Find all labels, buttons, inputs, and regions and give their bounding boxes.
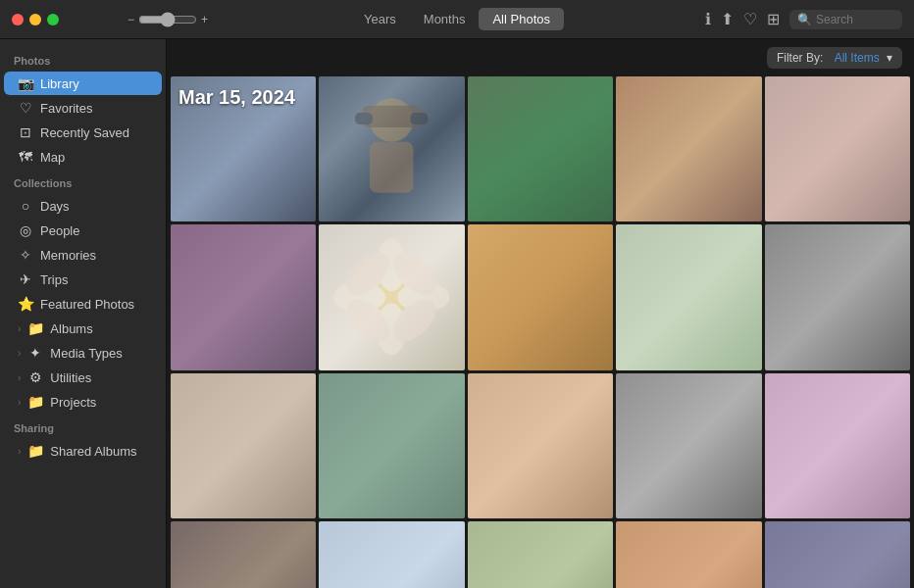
sidebar-item-library[interactable]: 📷 Library [4,72,162,95]
sidebar-item-label: Memories [40,248,152,263]
sidebar: Photos 📷 Library ♡ Favorites ⊡ Recently … [0,39,167,588]
close-button[interactable] [12,14,24,25]
photo-cell[interactable] [765,521,910,588]
recently-saved-icon: ⊡ [18,124,33,140]
tab-years[interactable]: Years [350,8,410,30]
photo-grid [171,76,910,588]
chevron-right-icon: › [18,446,21,457]
projects-icon: 📁 [27,394,43,410]
photo-cell[interactable] [171,373,316,518]
photo-cell[interactable] [616,224,761,369]
photo-cell[interactable] [468,224,613,369]
sidebar-item-label: Favorites [40,101,152,116]
photo-cell[interactable] [616,76,761,221]
sidebar-item-label: Media Types [50,346,152,361]
maximize-button[interactable] [47,14,59,25]
main-layout: Photos 📷 Library ♡ Favorites ⊡ Recently … [0,39,914,588]
sidebar-item-map[interactable]: 🗺 Map [4,145,162,169]
filter-bar: Filter By: All Items ▾ [167,39,914,76]
sidebar-item-label: Featured Photos [40,297,152,312]
zoom-area: − + [127,12,208,27]
photo-cell[interactable] [171,521,316,588]
media-types-icon: ✦ [27,345,43,361]
zoom-in-icon: + [201,13,208,26]
sidebar-item-label: Shared Albums [50,444,152,459]
search-box: 🔍 [789,10,902,29]
photo-cell[interactable] [468,76,613,221]
photo-cell[interactable] [319,76,464,221]
sidebar-section-sharing: Sharing [0,415,166,438]
sidebar-item-label: Map [40,150,152,165]
svg-rect-2 [355,113,373,124]
chevron-right-icon: › [18,348,21,359]
photo-cell[interactable] [171,224,316,369]
albums-icon: 📁 [27,320,43,336]
sidebar-item-media-types[interactable]: › ✦ Media Types [4,341,162,365]
zoom-out-icon: − [127,13,134,26]
trips-icon: ✈ [18,271,33,287]
titlebar-actions: ℹ ⬆ ♡ ⊞ 🔍 [705,10,902,29]
sidebar-item-favorites[interactable]: ♡ Favorites [4,96,162,120]
heart-icon[interactable]: ♡ [743,10,757,28]
zoom-slider[interactable] [138,12,197,27]
filter-button[interactable]: Filter By: All Items ▾ [767,47,902,69]
chevron-right-icon: › [18,397,21,408]
photo-cell[interactable] [765,373,910,518]
photo-cell[interactable] [319,373,464,518]
map-icon: 🗺 [18,149,33,165]
chevron-right-icon: › [18,372,21,383]
photo-cell[interactable] [765,76,910,221]
sidebar-item-memories[interactable]: ✧ Memories [4,243,162,267]
sidebar-item-utilities[interactable]: › ⚙ Utilities [4,366,162,389]
sidebar-item-label: Utilities [50,370,152,385]
photo-cell[interactable] [468,521,613,588]
days-icon: ○ [18,198,33,214]
sidebar-item-label: Recently Saved [40,125,152,140]
shared-albums-icon: 📁 [27,443,43,459]
sidebar-item-label: Days [40,199,152,214]
content-area: Filter By: All Items ▾ Mar 15, 2024 [167,39,914,588]
sidebar-item-projects[interactable]: › 📁 Projects [4,390,162,414]
share-icon[interactable]: ⬆ [721,10,734,28]
tab-months[interactable]: Months [410,8,480,30]
search-icon: 🔍 [797,13,812,26]
sidebar-item-days[interactable]: ○ Days [4,194,162,218]
sidebar-item-shared-albums[interactable]: › 📁 Shared Albums [4,439,162,463]
sidebar-item-people[interactable]: ◎ People [4,219,162,242]
photo-cell[interactable] [319,521,464,588]
sidebar-item-featured-photos[interactable]: ⭐ Featured Photos [4,292,162,316]
photo-cell[interactable] [616,521,761,588]
sidebar-section-collections: Collections [0,170,166,193]
grid-icon[interactable]: ⊞ [767,10,780,28]
chevron-right-icon: › [18,323,21,334]
favorites-icon: ♡ [18,100,33,116]
photo-cell[interactable] [616,373,761,518]
featured-photos-icon: ⭐ [18,296,33,312]
view-tabs: Years Months All Photos [350,8,564,30]
photo-cell[interactable] [765,224,910,369]
sidebar-item-trips[interactable]: ✈ Trips [4,268,162,291]
info-icon[interactable]: ℹ [705,10,711,28]
memories-icon: ✧ [18,247,33,263]
photo-cell[interactable] [468,373,613,518]
sidebar-item-label: People [40,223,152,238]
svg-rect-3 [411,113,429,124]
sidebar-item-label: Projects [50,395,152,410]
library-icon: 📷 [18,75,33,91]
sidebar-item-label: Albums [50,321,152,336]
sidebar-item-label: Library [40,76,152,91]
sidebar-item-label: Trips [40,272,152,287]
utilities-icon: ⚙ [27,369,43,385]
tab-all-photos[interactable]: All Photos [479,8,564,30]
people-icon: ◎ [18,222,33,238]
sidebar-item-recently-saved[interactable]: ⊡ Recently Saved [4,121,162,144]
traffic-lights [12,14,59,25]
search-input[interactable] [816,13,894,26]
photo-cell[interactable] [319,224,464,369]
photo-grid-wrapper: Mar 15, 2024 [167,76,914,588]
date-label: Mar 15, 2024 [178,86,295,109]
sidebar-item-albums[interactable]: › 📁 Albums [4,317,162,340]
svg-rect-4 [370,142,414,193]
minimize-button[interactable] [29,14,41,25]
sidebar-section-photos: Photos [0,47,166,71]
